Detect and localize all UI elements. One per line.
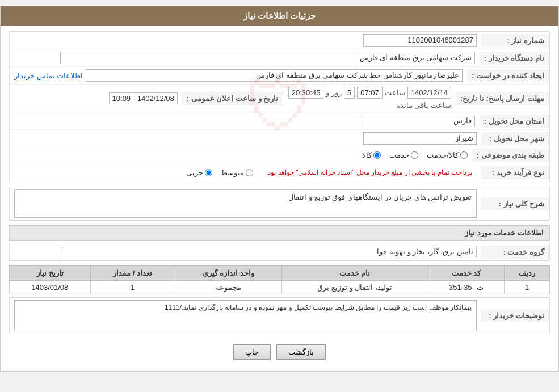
table-header-row: ردیف کد خدمت نام خدمت واحد اندازه گیری ت… xyxy=(10,266,550,281)
shahr-label: شهر محل تحویل : xyxy=(481,132,549,145)
page-wrapper: جزئیات اطلاعات نیاز 🛡 شماره نیاز : 11020… xyxy=(0,6,559,372)
mohlat-row: مهلت ارسال پاسخ: تا تاریخ: 1402/12/14 سا… xyxy=(10,85,549,112)
col-tedad: تعداد / مقدار xyxy=(90,266,175,281)
content-area: 🛡 شماره نیاز : 1102001046001287 نام دستگ… xyxy=(1,26,558,371)
form-section: 🛡 شماره نیاز : 1102001046001287 نام دستگ… xyxy=(9,31,550,182)
nam-dastgah-row: نام دستگاه خریدار : شرکت سهامی برق منطقه… xyxy=(10,49,549,67)
rooz-label: روز و xyxy=(326,88,342,97)
noe-radio-group: پرداخت تمام یا بخشی از مبلغ خریدار محل "… xyxy=(14,166,477,179)
kala-khadamat-label: کالا/خدمت xyxy=(427,151,459,159)
jozii-label: جزیی xyxy=(186,168,203,177)
tozi-label: توضیحات خریدار : xyxy=(481,309,549,322)
page-title: جزئیات اطلاعات نیاز xyxy=(243,11,316,20)
tozi-value: پیمانکار موظف است ریز قیمت را مطابق شرای… xyxy=(10,298,481,334)
col-kod: کد خدمت xyxy=(428,266,505,281)
noe-farayand-value: پرداخت تمام یا بخشی از مبلغ خریدار محل "… xyxy=(10,163,481,182)
shomare-niaz-row: شماره نیاز : 1102001046001287 xyxy=(10,32,549,49)
ostan-label: استان محل تحویل : xyxy=(480,115,549,128)
services-table: ردیف کد خدمت نام خدمت واحد اندازه گیری ت… xyxy=(9,265,550,294)
saat-box: 07:07 xyxy=(357,87,383,99)
khadamat-label: خدمت xyxy=(389,151,409,159)
cell-nam: تولید، انتقال و توزیع برق xyxy=(281,281,428,294)
tozi-row: توضیحات خریدار : پیمانکار موظف است ریز ق… xyxy=(9,297,550,334)
noe-farayand-row: نوع فرآیند خرید : پرداخت تمام یا بخشی از… xyxy=(10,163,549,182)
radio-khadamat[interactable]: خدمت xyxy=(389,151,418,159)
radio-kala-input[interactable] xyxy=(373,151,381,159)
grooh-box: تامین برق، گاز، بخار و تهویه هوا xyxy=(61,246,477,258)
col-radif: ردیف xyxy=(505,266,550,281)
cell-radif: 1 xyxy=(505,281,550,294)
sharh-row: شرح کلی نیاز : تعویض ترانس های جریان در … xyxy=(9,187,550,221)
nam-dastgah-box: شرکت سهامی برق منطقه ای فارس xyxy=(60,52,475,64)
date-time-inline: 1402/12/14 ساعت 07:07 5 روز و 20:30:45 س… xyxy=(288,87,451,109)
table-row: 1ت -35-351تولید، انتقال و توزیع برقمجموع… xyxy=(10,281,550,294)
sharh-label: شرح کلی نیاز : xyxy=(481,197,549,210)
tabaghe-value: کالا/خدمت خدمت کالا xyxy=(10,149,472,162)
shahr-value: شیراز xyxy=(10,130,481,147)
col-vahed: واحد اندازه گیری xyxy=(175,266,281,281)
announcement-value: 1402/12/08 - 10:09 xyxy=(10,90,182,107)
noe-note: پرداخت تمام یا بخشی از مبلغ خریدار محل "… xyxy=(262,166,477,179)
sharh-box: تعویض ترانس های جریان در ایستگاههای فوق … xyxy=(14,189,477,218)
chap-button[interactable]: چاپ xyxy=(233,344,271,360)
cell-tedad: 1 xyxy=(90,281,175,294)
radio-kala-khadamat-input[interactable] xyxy=(460,151,468,159)
col-tarikh: تاریخ نیاز xyxy=(10,266,91,281)
bazgasht-button[interactable]: بازگشت xyxy=(276,344,326,360)
ostan-value: فارس xyxy=(10,112,480,129)
shomare-niaz-label: شماره نیاز : xyxy=(481,34,549,47)
radio-khadamat-input[interactable] xyxy=(411,151,418,159)
mottavasset-label: متوسط xyxy=(221,168,244,177)
ijad-konande-row: ایجاد کننده در خواست : علیرضا زمانپور کا… xyxy=(10,67,549,85)
radio-mottavasset-input[interactable] xyxy=(246,169,253,176)
rooz-box: 5 xyxy=(344,87,355,99)
shomare-niaz-box: 1102001046001287 xyxy=(363,34,477,47)
ijad-text-box: علیرضا زمانپور کارشناس خط شرکت سهامی برق… xyxy=(86,69,463,82)
baghi-label: ساعت باقی مانده xyxy=(396,101,451,109)
ostan-box: فارس xyxy=(362,115,475,127)
saat-label: ساعت xyxy=(385,88,405,97)
cell-tarikh: 1403/01/08 xyxy=(10,281,91,294)
mohlat-value: 1402/12/14 ساعت 07:07 5 روز و 20:30:45 س… xyxy=(283,85,456,112)
ostan-row: استان محل تحویل : فارس xyxy=(10,112,549,130)
mohlat-label: مهلت ارسال پاسخ: تا تاریخ: xyxy=(456,92,549,105)
radio-kala-khadamat[interactable]: کالا/خدمت xyxy=(427,151,468,159)
buttons-row: بازگشت چاپ xyxy=(9,339,550,365)
radio-jozii[interactable]: جزیی xyxy=(186,168,212,177)
radio-kala[interactable]: کالا xyxy=(362,151,381,159)
ijad-konande-label: ایجاد کننده در خواست : xyxy=(467,69,549,82)
radio-mottavasset[interactable]: متوسط xyxy=(221,168,253,177)
nam-dastgah-value: شرکت سهامی برق منطقه ای فارس xyxy=(10,49,480,66)
kala-label: کالا xyxy=(362,151,372,159)
page-header: جزئیات اطلاعات نیاز xyxy=(1,6,558,26)
grooh-row: گروه خدمت : تامین برق، گاز، بخار و تهویه… xyxy=(9,243,550,261)
radio-jozii-input[interactable] xyxy=(205,169,212,176)
announcement-label: تاریخ و ساعت اعلان عمومی : xyxy=(182,92,283,105)
tabaghe-row: طبقه بندی موضوعی : کالا/خدمت خدمت xyxy=(10,147,549,163)
shahr-box: شیراز xyxy=(363,132,477,145)
tabaghe-radio-group: کالا/خدمت خدمت کالا xyxy=(14,151,468,159)
announcement-box: 1402/12/08 - 10:09 xyxy=(109,92,178,104)
nam-dastgah-label: نام دستگاه خریدار : xyxy=(480,52,549,65)
grooh-value: تامین برق، گاز، بخار و تهویه هوا xyxy=(10,243,481,260)
grooh-label: گروه خدمت : xyxy=(481,246,549,259)
tabaghe-label: طبقه بندی موضوعی : xyxy=(472,149,549,162)
col-nam: نام خدمت xyxy=(281,266,428,281)
ijad-inline: علیرضا زمانپور کارشناس خط شرکت سهامی برق… xyxy=(14,69,463,82)
khadamat-section-title: اطلاعات خدمات مورد نیاز xyxy=(9,225,550,241)
etela-link[interactable]: اطلاعات تماس خریدار xyxy=(14,71,83,80)
shahr-row: شهر محل تحویل : شیراز xyxy=(10,130,549,147)
cell-kod: ت -35-351 xyxy=(428,281,505,294)
ijad-konande-value: علیرضا زمانپور کارشناس خط شرکت سهامی برق… xyxy=(10,67,467,84)
sharh-value: تعویض ترانس های جریان در ایستگاههای فوق … xyxy=(10,187,481,220)
cell-vahed: مجموعه xyxy=(175,281,281,294)
baghi-box: 20:30:45 xyxy=(288,87,324,99)
tozi-box: پیمانکار موظف است ریز قیمت را مطابق شرای… xyxy=(14,300,477,331)
date-box: 1402/12/14 xyxy=(407,87,451,99)
noe-farayand-label: نوع فرآیند خرید : xyxy=(481,166,549,179)
shomare-niaz-value: 1102001046001287 xyxy=(10,32,481,49)
table-body: 1ت -35-351تولید، انتقال و توزیع برقمجموع… xyxy=(10,281,550,294)
